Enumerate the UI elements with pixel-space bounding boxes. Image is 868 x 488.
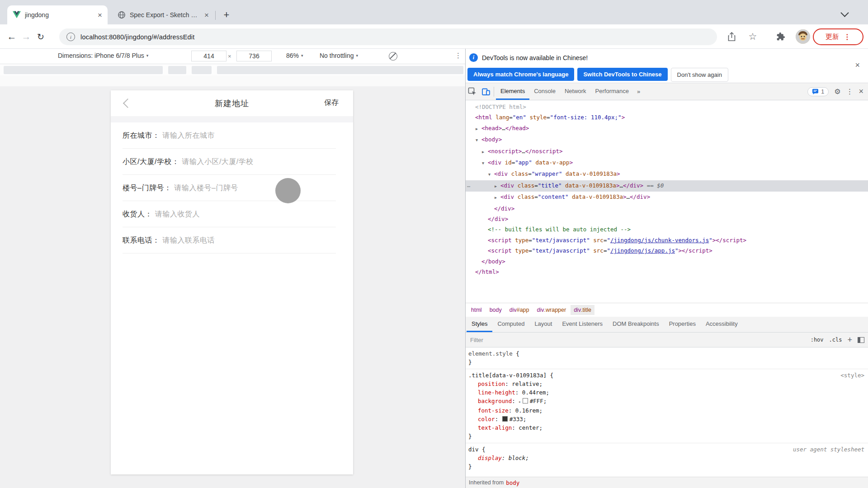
address-bar[interactable]: i localhost:8080/jingdong/#/addressEdit bbox=[59, 28, 717, 45]
devtools-menu-icon[interactable]: ⋮ bbox=[846, 87, 853, 96]
infobar-button[interactable]: Switch DevTools to Chinese bbox=[577, 68, 667, 81]
device-select[interactable]: Dimensions: iPhone 6/7/8 Plus ▾ bbox=[58, 52, 148, 59]
inspect-element-icon[interactable] bbox=[466, 83, 479, 100]
back-button[interactable]: ← bbox=[5, 30, 18, 43]
forward-button[interactable]: → bbox=[20, 30, 33, 43]
styles-tab-accessibility[interactable]: Accessibility bbox=[701, 317, 743, 332]
profile-avatar[interactable] bbox=[796, 29, 810, 44]
styles-tab-styles[interactable]: Styles bbox=[467, 317, 492, 332]
new-tab-button[interactable]: + bbox=[220, 8, 233, 22]
styles-tab-event-listeners[interactable]: Event Listeners bbox=[557, 317, 608, 332]
tree-toggle-arrow-icon[interactable]: ▶ bbox=[476, 124, 481, 134]
dom-tree-node[interactable]: ▶<noscript>…</noscript> bbox=[466, 146, 868, 157]
address-field-row[interactable]: 联系电话：请输入联系电话 bbox=[111, 227, 353, 253]
throttling-select[interactable]: No throttling ▾ bbox=[320, 52, 358, 59]
devtools-tab-console[interactable]: Console bbox=[529, 83, 560, 100]
tab-close-icon[interactable]: × bbox=[204, 11, 209, 19]
dom-tree-node[interactable]: <script type="text/javascript" src="/jin… bbox=[466, 235, 868, 245]
tab-search-chevron-icon[interactable] bbox=[840, 9, 849, 17]
devtools-tab-network[interactable]: Network bbox=[560, 83, 591, 100]
share-icon[interactable] bbox=[726, 31, 737, 42]
tree-toggle-arrow-icon[interactable]: ▼ bbox=[488, 169, 494, 180]
tab-close-icon[interactable]: × bbox=[98, 11, 102, 19]
tree-toggle-arrow-icon[interactable]: ▼ bbox=[476, 135, 481, 145]
more-tabs-icon[interactable]: » bbox=[633, 83, 644, 100]
styles-tab-computed[interactable]: Computed bbox=[492, 317, 529, 332]
dom-tree-node[interactable]: ▼<div id="app" data-v-app> bbox=[466, 157, 868, 169]
css-property[interactable]: display: block; bbox=[468, 454, 864, 462]
css-property[interactable]: position: relative; bbox=[468, 380, 864, 388]
chrome-update-button[interactable]: 更新 ⋮ bbox=[813, 28, 863, 45]
dom-tree-node[interactable]: <!-- built files will be auto injected -… bbox=[466, 224, 868, 235]
breadcrumb-item[interactable]: body bbox=[486, 305, 505, 315]
devtools-close-icon[interactable]: × bbox=[859, 87, 863, 96]
reload-button[interactable]: ↻ bbox=[34, 30, 47, 43]
dom-tree-node[interactable]: </html> bbox=[466, 267, 868, 277]
devtools-tab-performance[interactable]: Performance bbox=[591, 83, 633, 100]
dom-tree-node[interactable]: </body> bbox=[466, 256, 868, 267]
device-toolbar-menu-icon[interactable]: ⋮ bbox=[455, 52, 462, 60]
styles-tab-layout[interactable]: Layout bbox=[529, 317, 557, 332]
color-swatch[interactable] bbox=[502, 416, 508, 422]
save-button[interactable]: 保存 bbox=[324, 98, 339, 108]
address-field-row[interactable]: 楼号–门牌号：请输入楼号–门牌号 bbox=[111, 175, 353, 201]
address-field-row[interactable]: 收货人：请输入收货人 bbox=[111, 201, 353, 227]
css-property[interactable]: text-align: center; bbox=[468, 423, 864, 432]
breadcrumb-item[interactable]: div.title bbox=[571, 305, 594, 315]
dom-tree-node[interactable]: </div> bbox=[466, 203, 868, 214]
zoom-select[interactable]: 86% ▾ bbox=[286, 52, 303, 59]
settings-gear-icon[interactable]: ⚙ bbox=[834, 87, 840, 96]
dom-tree-node[interactable]: <html lang="en" style="font-size: 110.4p… bbox=[466, 112, 868, 122]
toggle-hover-state-button[interactable]: :hov bbox=[811, 337, 824, 343]
styles-filter-input[interactable] bbox=[469, 336, 724, 344]
address-field-row[interactable]: 所在城市：请输入所在城市 bbox=[111, 122, 353, 149]
dom-tree-node[interactable]: <script type="text/javascript" src="/jin… bbox=[466, 245, 868, 256]
toggle-sidebar-icon[interactable] bbox=[858, 337, 864, 343]
extensions-puzzle-icon[interactable] bbox=[775, 31, 787, 42]
css-property[interactable]: color: #333; bbox=[468, 415, 864, 423]
back-chevron-icon[interactable] bbox=[123, 99, 132, 108]
node-overflow-ellipsis-icon[interactable]: … bbox=[467, 180, 470, 191]
rule-origin[interactable]: <style> bbox=[840, 371, 864, 380]
tab-jingdong[interactable]: jingdong × bbox=[7, 5, 108, 24]
inherited-node-link[interactable]: body bbox=[506, 479, 519, 486]
infobar-close-icon[interactable]: × bbox=[855, 61, 860, 70]
dom-tree-node[interactable]: <!DOCTYPE html> bbox=[466, 102, 868, 112]
breadcrumb-item[interactable]: div#app bbox=[506, 305, 533, 315]
tree-toggle-arrow-icon[interactable]: ▶ bbox=[482, 147, 488, 157]
css-property[interactable]: font-size: 0.16rem; bbox=[468, 406, 864, 415]
dom-tree-node[interactable]: ▶<div class="content" data-v-0109183a>…<… bbox=[466, 192, 868, 203]
rotate-viewport-icon[interactable] bbox=[389, 52, 397, 61]
site-info-icon[interactable]: i bbox=[66, 33, 75, 41]
address-field-row[interactable]: 小区/大厦/学校：请输入小区/大厦/学校 bbox=[111, 149, 353, 175]
styles-tab-properties[interactable]: Properties bbox=[664, 317, 701, 332]
bookmark-star-icon[interactable]: ☆ bbox=[747, 31, 759, 42]
styles-tab-dom-breakpoints[interactable]: DOM Breakpoints bbox=[608, 317, 664, 332]
color-swatch[interactable] bbox=[523, 398, 528, 404]
dom-tree-node[interactable]: ▼<body> bbox=[466, 134, 868, 145]
toggle-device-toolbar-icon[interactable] bbox=[479, 83, 493, 100]
tree-toggle-arrow-icon[interactable]: ▶ bbox=[495, 181, 500, 192]
css-property[interactable]: background: ▸#FFF; bbox=[468, 397, 864, 406]
toggle-class-button[interactable]: .cls bbox=[829, 337, 842, 343]
new-style-rule-button[interactable]: + bbox=[847, 335, 852, 345]
infobar-button[interactable]: Always match Chrome's language bbox=[467, 68, 574, 81]
dom-tree-node[interactable]: …▶<div class="title" data-v-0109183a>…</… bbox=[466, 180, 868, 192]
rule-selector-line[interactable]: element.style { bbox=[468, 349, 864, 358]
viewport-height-input[interactable] bbox=[236, 51, 272, 61]
dom-tree-node[interactable]: ▼<div class="wrapper" data-v-0109183a> bbox=[466, 169, 868, 180]
breadcrumb-item[interactable]: html bbox=[468, 305, 485, 315]
dom-tree-node[interactable]: </div> bbox=[466, 214, 868, 224]
dom-tree-node[interactable]: ▶<head>…</head> bbox=[466, 123, 868, 134]
tab-spec-export[interactable]: Spec Export - Sketch Measure × bbox=[112, 5, 214, 24]
tree-toggle-arrow-icon[interactable]: ▶ bbox=[495, 192, 500, 203]
viewport-width-input[interactable] bbox=[191, 51, 226, 61]
breadcrumb-item[interactable]: div.wrapper bbox=[534, 305, 570, 315]
css-property[interactable]: line-height: 0.44rem; bbox=[468, 388, 864, 397]
infobar-button[interactable]: Don't show again bbox=[671, 68, 728, 82]
devtools-tab-elements[interactable]: Elements bbox=[496, 83, 529, 100]
tree-toggle-arrow-icon[interactable]: ▼ bbox=[482, 158, 488, 169]
expand-shorthand-icon[interactable]: ▸ bbox=[519, 399, 521, 404]
issues-counter[interactable]: 1 bbox=[807, 87, 829, 96]
rule-selector-line[interactable]: .title[data-v-0109183a] { bbox=[468, 371, 864, 380]
